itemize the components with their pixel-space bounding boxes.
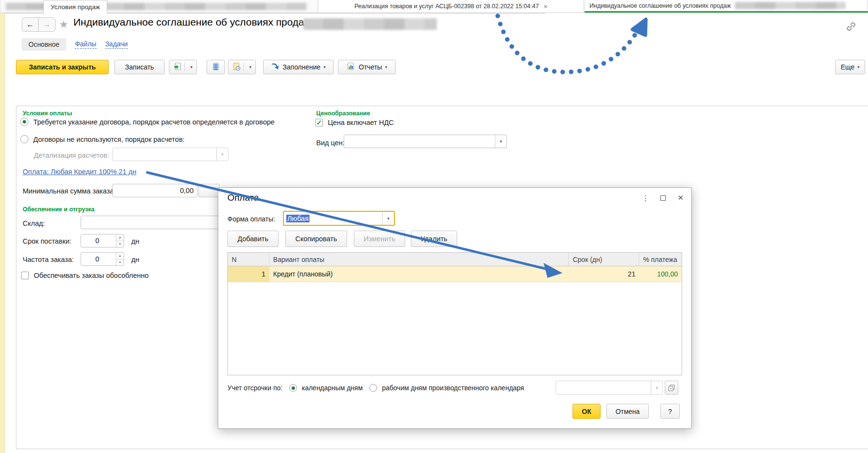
deferral-label: Учет отсрочки по: [227, 384, 282, 392]
payment-terms-header: Условия оплаты [23, 110, 72, 117]
more-button[interactable]: Еще ▾ [835, 60, 865, 74]
radio-calendar-days[interactable]: календарным дням [289, 384, 363, 392]
min-sum-input[interactable]: 0,00 [112, 184, 197, 197]
spin-down-icon[interactable]: ▾ [116, 260, 124, 266]
chevron-down-icon: ▾ [385, 65, 387, 69]
copy-label: Скопировать [295, 235, 337, 243]
payment-link[interactable]: Оплата: Любая Кредит 100% 21 дн [23, 168, 136, 176]
pricing-header: Ценообразование [316, 110, 370, 117]
choose-icon [668, 384, 675, 391]
payment-form-value: Любая [286, 215, 309, 222]
radio-icon [20, 135, 28, 143]
payment-form-label: Форма оплаты: [227, 215, 275, 223]
dropdown-section[interactable]: ▾ [216, 148, 228, 161]
post-document-button[interactable]: ▾ [169, 60, 197, 74]
min-sum-clear-button[interactable] [198, 184, 220, 197]
dropdown-section[interactable]: ▾ [495, 135, 506, 148]
detail-settlements-select[interactable]: ▾ [112, 148, 228, 161]
ok-label: ОК [582, 408, 591, 415]
order-frequency-stepper[interactable]: 0 ▴ ▾ [81, 252, 124, 266]
browser-tab-hidden-2[interactable] [98, 0, 318, 13]
radio-label: Договоры не используются, порядок расчет… [33, 136, 184, 143]
supply-header: Обеспечение и отгрузка [23, 206, 95, 213]
edit-button[interactable]: Изменить [354, 231, 405, 247]
nav-main[interactable]: Основное [22, 38, 66, 51]
choose-from-list-button[interactable] [665, 381, 678, 395]
favorite-star-icon[interactable]: ★ [59, 18, 69, 31]
add-button[interactable]: Добавить [227, 231, 279, 247]
cell-term[interactable]: 21 [569, 266, 639, 282]
chevron-down-icon: ▾ [387, 216, 390, 221]
cell-percent[interactable]: 100,00 [639, 266, 682, 282]
ok-button[interactable]: ОК [573, 404, 601, 419]
spin-down-icon[interactable]: ▾ [116, 241, 124, 247]
forward-button[interactable]: → [39, 18, 55, 31]
censored-text [735, 2, 846, 9]
browser-tab-agreement[interactable]: Индивидуальное соглашение об условиях пр… [585, 0, 868, 13]
table-row[interactable]: 1 Кредит (плановый) 21 100,00 [228, 266, 682, 282]
maximize-icon[interactable] [660, 195, 666, 201]
kebab-menu-icon[interactable]: ⋮ [642, 194, 649, 202]
delivery-term-stepper[interactable]: 0 ▴ ▾ [81, 234, 124, 247]
deferral-options: Учет отсрочки по: календарным дням рабоч… [227, 384, 524, 392]
cell-n[interactable]: 1 [228, 266, 269, 282]
spin-buttons[interactable]: ▴ ▾ [116, 253, 124, 265]
copy-button[interactable]: Скопировать [285, 231, 347, 247]
col-percent[interactable]: % платежа [639, 253, 682, 266]
order-frequency-label: Частота заказа: [23, 256, 74, 263]
separate-orders-checkbox[interactable]: Обеспечивать заказы обособленно [21, 272, 149, 279]
spin-up-icon[interactable]: ▴ [116, 234, 124, 241]
link-icon[interactable] [845, 20, 857, 35]
help-label: ? [668, 408, 672, 415]
dropdown-section[interactable]: ▾ [382, 212, 394, 225]
browser-tab-document[interactable]: Реализация товаров и услуг АСЦБ-002398 о… [318, 0, 584, 13]
detail-settlements-label: Детализация расчетов: [34, 151, 109, 159]
col-variant[interactable]: Вариант оплаты [269, 253, 569, 266]
cancel-button[interactable]: Отмена [606, 404, 649, 419]
radio-icon [20, 118, 28, 126]
document-clock-icon [232, 62, 241, 72]
delete-button[interactable]: Удалить [411, 231, 457, 247]
order-frequency-value: 0 [95, 255, 101, 263]
vat-included-checkbox[interactable]: ✓ Цена включает НДС [315, 119, 394, 126]
censored-text [104, 3, 307, 10]
back-button[interactable]: ← [22, 18, 39, 31]
price-type-label: Вид цен: [316, 139, 345, 147]
save-button[interactable]: Записать [114, 60, 165, 74]
reports-button[interactable]: Отчеты ▾ [338, 60, 396, 74]
tab-close-icon[interactable]: × [544, 3, 547, 10]
nav-files[interactable]: Файлы [75, 40, 96, 49]
radio-contract-required[interactable]: Требуется указание договора, порядок рас… [20, 118, 275, 126]
radio-label: календарным дням [302, 384, 363, 392]
spin-up-icon[interactable]: ▴ [116, 253, 124, 260]
structure-button[interactable] [207, 60, 225, 74]
browser-tab-bar: Реализация товаров и услуг АСЦБ-002398 о… [0, 0, 868, 13]
nav-tasks[interactable]: Задачи [105, 40, 128, 49]
tab-usloviya-prodazh[interactable]: Условия продаж [43, 0, 107, 14]
cell-variant[interactable]: Кредит (плановый) [269, 266, 569, 282]
radio-icon [289, 384, 297, 392]
cancel-label: Отмена [616, 408, 640, 415]
checkbox-label: Обеспечивать заказы обособленно [34, 272, 149, 279]
help-button[interactable]: ? [660, 404, 680, 419]
payment-form-select[interactable]: Любая ▾ [283, 211, 395, 226]
col-n[interactable]: N [228, 253, 269, 266]
dialog-buttons: ОК Отмена ? [573, 404, 680, 419]
fill-button[interactable]: Заполнение ▾ [263, 60, 334, 74]
price-type-select[interactable]: ▾ [344, 135, 507, 148]
radio-work-days[interactable]: рабочим дням производственного календаря [369, 384, 524, 392]
save-and-close-button[interactable]: Записать и закрыть [16, 60, 109, 74]
calendar-select[interactable]: ▾ [556, 381, 663, 395]
dropdown-section[interactable]: ▾ [651, 381, 662, 394]
radio-no-contracts[interactable]: Договоры не используются, порядок расчет… [20, 135, 184, 143]
col-term[interactable]: Срок (дн) [569, 253, 639, 266]
chevron-down-icon: ▾ [323, 65, 326, 69]
fill-label: Заполнение [283, 63, 321, 71]
schedule-button[interactable]: ▾ [228, 60, 256, 74]
checkbox-icon [21, 272, 29, 279]
spin-buttons[interactable]: ▴ ▾ [116, 234, 124, 247]
save-and-close-label: Записать и закрыть [29, 63, 96, 71]
fill-arrow-icon [271, 63, 280, 71]
checkbox-checked-icon: ✓ [315, 119, 323, 126]
close-icon[interactable]: ✕ [677, 193, 684, 202]
